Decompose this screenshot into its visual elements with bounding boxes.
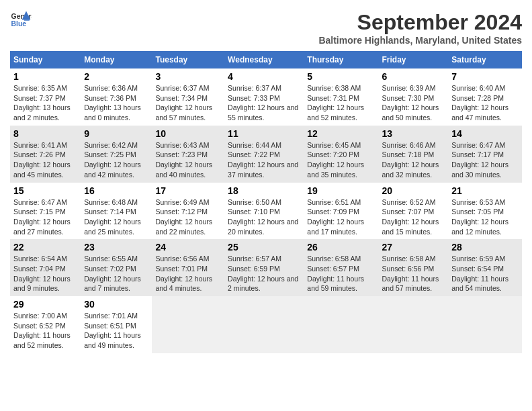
calendar-week-1: 1 Sunrise: 6:35 AMSunset: 7:37 PMDayligh… bbox=[10, 68, 522, 126]
calendar-cell bbox=[224, 296, 304, 353]
day-number: 19 bbox=[307, 185, 375, 196]
calendar-table: SundayMondayTuesdayWednesdayThursdayFrid… bbox=[10, 51, 522, 353]
day-info: Sunrise: 6:58 AMSunset: 6:57 PMDaylight:… bbox=[307, 255, 364, 292]
day-info: Sunrise: 6:56 AMSunset: 7:01 PMDaylight:… bbox=[155, 255, 212, 292]
page-header: General Blue September 2024 Baltimore Hi… bbox=[10, 10, 522, 46]
day-info: Sunrise: 6:54 AMSunset: 7:04 PMDaylight:… bbox=[13, 255, 71, 292]
col-header-monday: Monday bbox=[81, 51, 152, 68]
calendar-cell: 19 Sunrise: 6:51 AMSunset: 7:09 PMDaylig… bbox=[304, 183, 378, 240]
day-number: 17 bbox=[155, 185, 221, 196]
day-number: 2 bbox=[84, 71, 148, 82]
day-info: Sunrise: 6:47 AMSunset: 7:17 PMDaylight:… bbox=[451, 141, 508, 179]
day-info: Sunrise: 6:58 AMSunset: 6:56 PMDaylight:… bbox=[382, 255, 439, 292]
day-info: Sunrise: 6:53 AMSunset: 7:05 PMDaylight:… bbox=[451, 198, 508, 236]
calendar-cell bbox=[304, 296, 378, 353]
calendar-cell bbox=[448, 296, 522, 353]
calendar-cell: 20 Sunrise: 6:52 AMSunset: 7:07 PMDaylig… bbox=[379, 183, 449, 240]
day-number: 18 bbox=[228, 185, 300, 196]
calendar-cell: 14 Sunrise: 6:47 AMSunset: 7:17 PMDaylig… bbox=[448, 126, 522, 183]
day-info: Sunrise: 7:01 AMSunset: 6:51 PMDaylight:… bbox=[84, 312, 141, 349]
day-number: 5 bbox=[307, 71, 375, 82]
day-info: Sunrise: 6:43 AMSunset: 7:23 PMDaylight:… bbox=[155, 141, 212, 179]
day-number: 11 bbox=[228, 128, 300, 139]
title-section: September 2024 Baltimore Highlands, Mary… bbox=[318, 10, 522, 46]
day-number: 10 bbox=[155, 128, 221, 139]
col-header-tuesday: Tuesday bbox=[152, 51, 224, 68]
calendar-cell: 5 Sunrise: 6:38 AMSunset: 7:31 PMDayligh… bbox=[304, 68, 378, 126]
day-number: 27 bbox=[382, 242, 445, 253]
day-number: 1 bbox=[13, 71, 77, 82]
calendar-cell: 21 Sunrise: 6:53 AMSunset: 7:05 PMDaylig… bbox=[448, 183, 522, 240]
col-header-sunday: Sunday bbox=[10, 51, 81, 68]
calendar-cell: 6 Sunrise: 6:39 AMSunset: 7:30 PMDayligh… bbox=[379, 68, 449, 126]
col-header-thursday: Thursday bbox=[304, 51, 378, 68]
day-info: Sunrise: 6:51 AMSunset: 7:09 PMDaylight:… bbox=[307, 198, 364, 236]
day-info: Sunrise: 6:47 AMSunset: 7:15 PMDaylight:… bbox=[13, 198, 71, 236]
day-info: Sunrise: 6:50 AMSunset: 7:10 PMDaylight:… bbox=[228, 198, 298, 236]
calendar-cell: 25 Sunrise: 6:57 AMSunset: 6:59 PMDaylig… bbox=[224, 239, 304, 296]
calendar-cell bbox=[152, 296, 224, 353]
day-number: 24 bbox=[155, 242, 221, 253]
day-number: 21 bbox=[451, 185, 519, 196]
calendar-cell: 23 Sunrise: 6:55 AMSunset: 7:02 PMDaylig… bbox=[81, 239, 152, 296]
calendar-cell: 29 Sunrise: 7:00 AMSunset: 6:52 PMDaylig… bbox=[10, 296, 81, 353]
day-info: Sunrise: 6:57 AMSunset: 6:59 PMDaylight:… bbox=[228, 255, 298, 292]
main-title: September 2024 bbox=[318, 10, 522, 35]
day-info: Sunrise: 6:39 AMSunset: 7:30 PMDaylight:… bbox=[382, 84, 439, 122]
day-number: 20 bbox=[382, 185, 445, 196]
day-number: 7 bbox=[451, 71, 519, 82]
calendar-cell: 17 Sunrise: 6:49 AMSunset: 7:12 PMDaylig… bbox=[152, 183, 224, 240]
day-info: Sunrise: 6:38 AMSunset: 7:31 PMDaylight:… bbox=[307, 84, 364, 122]
calendar-cell: 22 Sunrise: 6:54 AMSunset: 7:04 PMDaylig… bbox=[10, 239, 81, 296]
day-number: 9 bbox=[84, 128, 148, 139]
day-info: Sunrise: 6:41 AMSunset: 7:26 PMDaylight:… bbox=[13, 141, 71, 179]
day-number: 25 bbox=[228, 242, 300, 253]
day-info: Sunrise: 6:44 AMSunset: 7:22 PMDaylight:… bbox=[228, 141, 298, 179]
day-number: 12 bbox=[307, 128, 375, 139]
day-number: 8 bbox=[13, 128, 77, 139]
logo: General Blue bbox=[10, 10, 32, 29]
calendar-cell bbox=[379, 296, 449, 353]
calendar-cell: 26 Sunrise: 6:58 AMSunset: 6:57 PMDaylig… bbox=[304, 239, 378, 296]
col-header-wednesday: Wednesday bbox=[224, 51, 304, 68]
day-info: Sunrise: 6:36 AMSunset: 7:36 PMDaylight:… bbox=[84, 84, 141, 122]
subtitle: Baltimore Highlands, Maryland, United St… bbox=[318, 35, 522, 46]
calendar-cell: 16 Sunrise: 6:48 AMSunset: 7:14 PMDaylig… bbox=[81, 183, 152, 240]
calendar-cell: 8 Sunrise: 6:41 AMSunset: 7:26 PMDayligh… bbox=[10, 126, 81, 183]
calendar-cell: 9 Sunrise: 6:42 AMSunset: 7:25 PMDayligh… bbox=[81, 126, 152, 183]
day-number: 4 bbox=[228, 71, 300, 82]
days-header-row: SundayMondayTuesdayWednesdayThursdayFrid… bbox=[10, 51, 522, 68]
calendar-cell: 3 Sunrise: 6:37 AMSunset: 7:34 PMDayligh… bbox=[152, 68, 224, 126]
calendar-cell: 4 Sunrise: 6:37 AMSunset: 7:33 PMDayligh… bbox=[224, 68, 304, 126]
day-number: 28 bbox=[451, 242, 519, 253]
day-info: Sunrise: 6:55 AMSunset: 7:02 PMDaylight:… bbox=[84, 255, 141, 292]
day-number: 13 bbox=[382, 128, 445, 139]
calendar-cell: 13 Sunrise: 6:46 AMSunset: 7:18 PMDaylig… bbox=[379, 126, 449, 183]
calendar-week-3: 15 Sunrise: 6:47 AMSunset: 7:15 PMDaylig… bbox=[10, 183, 522, 240]
calendar-cell: 27 Sunrise: 6:58 AMSunset: 6:56 PMDaylig… bbox=[379, 239, 449, 296]
day-number: 22 bbox=[13, 242, 77, 253]
day-info: Sunrise: 6:45 AMSunset: 7:20 PMDaylight:… bbox=[307, 141, 364, 179]
day-number: 14 bbox=[451, 128, 519, 139]
day-info: Sunrise: 6:35 AMSunset: 7:37 PMDaylight:… bbox=[13, 84, 71, 122]
calendar-cell: 30 Sunrise: 7:01 AMSunset: 6:51 PMDaylig… bbox=[81, 296, 152, 353]
calendar-week-5: 29 Sunrise: 7:00 AMSunset: 6:52 PMDaylig… bbox=[10, 296, 522, 353]
calendar-cell: 12 Sunrise: 6:45 AMSunset: 7:20 PMDaylig… bbox=[304, 126, 378, 183]
day-info: Sunrise: 6:52 AMSunset: 7:07 PMDaylight:… bbox=[382, 198, 439, 236]
col-header-saturday: Saturday bbox=[448, 51, 522, 68]
col-header-friday: Friday bbox=[379, 51, 449, 68]
calendar-cell: 1 Sunrise: 6:35 AMSunset: 7:37 PMDayligh… bbox=[10, 68, 81, 126]
calendar-cell: 11 Sunrise: 6:44 AMSunset: 7:22 PMDaylig… bbox=[224, 126, 304, 183]
calendar-cell: 10 Sunrise: 6:43 AMSunset: 7:23 PMDaylig… bbox=[152, 126, 224, 183]
day-number: 30 bbox=[84, 299, 148, 310]
day-number: 3 bbox=[155, 71, 221, 82]
calendar-cell: 28 Sunrise: 6:59 AMSunset: 6:54 PMDaylig… bbox=[448, 239, 522, 296]
day-info: Sunrise: 6:37 AMSunset: 7:33 PMDaylight:… bbox=[228, 84, 298, 122]
day-info: Sunrise: 6:49 AMSunset: 7:12 PMDaylight:… bbox=[155, 198, 212, 236]
day-info: Sunrise: 6:59 AMSunset: 6:54 PMDaylight:… bbox=[451, 255, 508, 292]
calendar-cell: 24 Sunrise: 6:56 AMSunset: 7:01 PMDaylig… bbox=[152, 239, 224, 296]
day-number: 26 bbox=[307, 242, 375, 253]
day-info: Sunrise: 6:42 AMSunset: 7:25 PMDaylight:… bbox=[84, 141, 141, 179]
logo-icon: General Blue bbox=[10, 10, 32, 29]
calendar-cell: 7 Sunrise: 6:40 AMSunset: 7:28 PMDayligh… bbox=[448, 68, 522, 126]
